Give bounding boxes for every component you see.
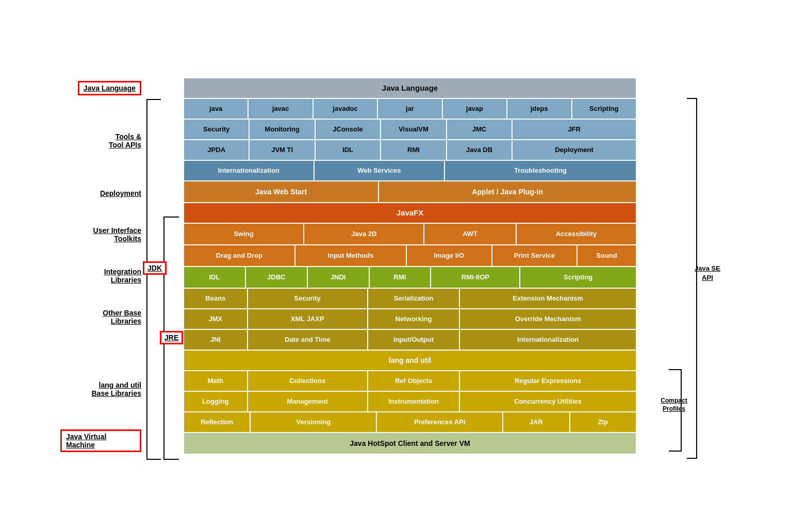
cell-java-db: Java DB: [447, 140, 512, 160]
cell-image-io: Image I/O: [407, 245, 491, 266]
deployment-label: Deployment: [60, 183, 145, 204]
cell-beans: Beans: [184, 289, 247, 308]
row-deployment: Java Web Start Applet / Java Plug-in: [184, 181, 636, 202]
cell-instrumentation: Instrumentation: [368, 392, 459, 411]
cell-math: Math: [184, 371, 247, 391]
cell-print-service: Print Service: [492, 245, 577, 266]
row-ui1: Swing Java 2D AWT Accessibility: [184, 224, 636, 244]
cell-regex: Regular Expressions: [460, 371, 636, 391]
cell-input-output: Input/Output: [368, 330, 459, 350]
cell-jdeps: jdeps: [507, 99, 571, 119]
content-area: Java Language java javac javadoc jar jav…: [184, 78, 636, 454]
cell-rmi-tools: RMI: [381, 140, 446, 160]
row-integration: IDL JDBC JNDI RMI RMI-IIOP Scripting: [184, 267, 636, 288]
jre-label: JRE: [160, 331, 183, 344]
cell-jmc: JMC: [447, 120, 512, 139]
cell-networking: Networking: [368, 309, 459, 329]
cell-versioning: Versioning: [251, 412, 376, 432]
cell-hotspot: Java HotSpot Client and Server VM: [184, 433, 636, 454]
cell-sound: Sound: [578, 245, 636, 266]
cell-serialization: Serialization: [368, 289, 459, 308]
cell-ref-objects: Ref Objects: [368, 371, 459, 391]
other-base-label: Other BaseLibraries: [60, 286, 145, 348]
row-lang2: Logging Management Instrumentation Concu…: [184, 392, 636, 411]
cell-accessibility: Accessibility: [517, 224, 636, 244]
cell-applet-plugin: Applet / Java Plug-in: [379, 181, 636, 202]
row-other2: JMX XML JAXP Networking Override Mechani…: [184, 309, 636, 329]
cell-lang-util: lang and util: [184, 351, 636, 370]
cell-jpda: JPDA: [184, 140, 249, 160]
row-ui2: Drag and Drop Input Methods Image I/O Pr…: [184, 245, 636, 266]
cell-logging: Logging: [184, 392, 247, 411]
cell-jvmti: JVM TI: [250, 140, 314, 160]
cell-drag-drop: Drag and Drop: [184, 245, 294, 266]
cell-awt: AWT: [424, 224, 515, 244]
cell-collections: Collections: [248, 371, 367, 391]
diagram-container: Java Language Tools &Tool APIs Deploymen…: [60, 78, 731, 454]
cell-rmi-iiop: RMI-IIOP: [431, 267, 519, 288]
cell-troubleshooting: Troubleshooting: [445, 161, 636, 180]
cell-javac: javac: [249, 99, 312, 119]
row-tools2: Security Monitoring JConsole VisualVM JM…: [184, 120, 636, 139]
row-jvm: Java HotSpot Client and Server VM: [184, 433, 636, 454]
jvm-label: Java Virtual Machine: [60, 430, 145, 451]
jdk-bracket-line: [146, 99, 161, 460]
row-java-language: Java Language: [184, 78, 636, 98]
java-se-api-label: Java SEAPI: [695, 264, 720, 282]
cell-i18n-other: Internationalization: [460, 330, 636, 350]
integration-label: IntegrationLibraries: [60, 265, 145, 286]
cell-concurrency: Concurrency Utilities: [460, 392, 636, 411]
cell-jndi: JNDI: [308, 267, 369, 288]
jdk-label: JDK: [143, 261, 167, 275]
row-tools4: Internationalization Web Services Troubl…: [184, 161, 636, 180]
row-lang1: Math Collections Ref Objects Regular Exp…: [184, 371, 636, 391]
cell-date-time: Date and Time: [248, 330, 367, 350]
cell-deployment: Deployment: [513, 140, 636, 160]
cell-monitoring: Monitoring: [250, 120, 314, 139]
cell-security-other: Security: [248, 289, 367, 308]
java-language-cell: Java Language: [184, 78, 636, 98]
cell-idl-int: IDL: [184, 267, 245, 288]
row-lang-util-header: lang and util: [184, 351, 636, 370]
row-tools1: java javac javadoc jar javap jdeps Scrip…: [184, 99, 636, 119]
row-tools3: JPDA JVM TI IDL RMI Java DB Deployment: [184, 140, 636, 160]
cell-security-tools: Security: [184, 120, 249, 139]
cell-javafx: JavaFX: [184, 203, 636, 223]
row-other3: JNI Date and Time Input/Output Internati…: [184, 330, 636, 350]
cell-zip: Zip: [570, 412, 636, 432]
cell-javadoc: javadoc: [314, 99, 377, 119]
cell-jar-lang: JAR: [503, 412, 569, 432]
cell-input-methods: Input Methods: [295, 245, 406, 266]
cell-jconsole: JConsole: [316, 120, 380, 139]
row-javafx: JavaFX: [184, 203, 636, 223]
ui-toolkits-label: User InterfaceToolkits: [60, 204, 145, 265]
cell-management: Management: [248, 392, 367, 411]
cell-xml-jaxp: XML JAXP: [248, 309, 367, 329]
cell-extension-mech: Extension Mechanism: [460, 289, 636, 308]
cell-jfr: JFR: [513, 120, 636, 139]
cell-reflection: Reflection: [184, 412, 250, 432]
java-language-label: Java Language: [60, 78, 145, 98]
cell-i18n: Internationalization: [184, 161, 314, 180]
cell-jar: jar: [378, 99, 441, 119]
lang-util-label: lang and utilBase Libraries: [60, 348, 145, 430]
cell-jdbc: JDBC: [246, 267, 307, 288]
cell-rmi-int: RMI: [370, 267, 431, 288]
cell-web-services: Web Services: [315, 161, 444, 180]
cell-swing: Swing: [184, 224, 303, 244]
cell-scripting-int: Scripting: [520, 267, 636, 288]
row-lang3: Reflection Versioning Preferences API JA…: [184, 412, 636, 432]
cell-scripting-tools: Scripting: [572, 99, 636, 119]
cell-java2d: Java 2D: [304, 224, 423, 244]
cell-idl-tools: IDL: [316, 140, 380, 160]
cell-visualvm: VisualVM: [381, 120, 446, 139]
cell-override-mech: Override Mechanism: [460, 309, 636, 329]
cell-java: java: [184, 99, 248, 119]
cell-preferences-api: Preferences API: [377, 412, 502, 432]
cell-java-web-start: Java Web Start: [184, 181, 378, 202]
cell-jmx: JMX: [184, 309, 247, 329]
tools-label: Tools &Tool APIs: [60, 98, 145, 183]
row-other1: Beans Security Serialization Extension M…: [184, 289, 636, 308]
cell-javap: javap: [443, 99, 506, 119]
cell-jni: JNI: [184, 330, 247, 350]
